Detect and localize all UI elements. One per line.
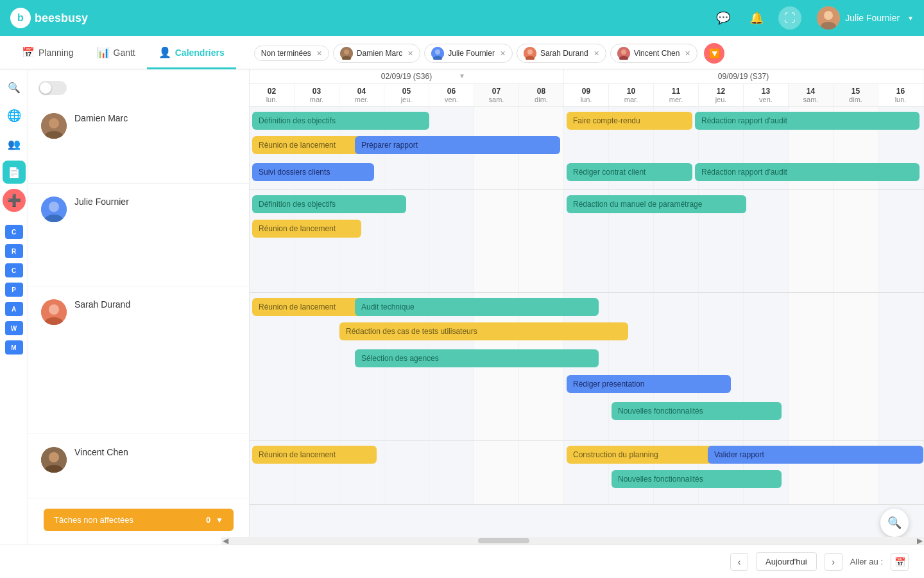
toggle-switch[interactable]: [38, 81, 67, 95]
svg-point-7: [435, 49, 440, 55]
sidebar-badge-w1[interactable]: W: [5, 321, 23, 335]
next-arrow[interactable]: ›: [825, 553, 843, 571]
gantt-body: Définition des objectifs Faire compte-re…: [250, 107, 924, 505]
expand-icon[interactable]: ⛶: [778, 6, 801, 30]
day-03: 03mar.: [295, 84, 339, 106]
day-11: 11mer.: [654, 84, 699, 106]
messages-icon[interactable]: 💬: [712, 6, 735, 30]
gantt-label: Gantt: [114, 48, 135, 58]
toggle-knob: [40, 82, 51, 94]
sidebar-item-globe[interactable]: 🌐: [3, 104, 26, 127]
sidebar-badge-r1[interactable]: R: [5, 244, 23, 258]
sidebar-item-tasks[interactable]: 📄: [3, 161, 26, 184]
task-damien-rapport-audit1[interactable]: Rédaction rapport d'audit: [695, 112, 920, 130]
calendriers-icon: 👤: [158, 46, 171, 58]
day-15: 15dim.: [834, 84, 878, 106]
filter-chip-sarah[interactable]: Sarah Durand ✕: [517, 44, 606, 63]
unassigned-label: Tâches non affectées: [54, 515, 133, 525]
task-damien-def-obj[interactable]: Définition des objectifs: [252, 112, 429, 130]
avatar-vincent: [617, 47, 630, 60]
task-sarah-agences[interactable]: Sélection des agences: [355, 349, 599, 367]
task-julie-reunion[interactable]: Réunion de lancement: [252, 220, 361, 238]
task-damien-reunion1[interactable]: Réunion de lancement: [252, 136, 361, 154]
task-sarah-presentation[interactable]: Rédiger présentation: [567, 375, 731, 393]
day-10: 10mar.: [609, 84, 654, 106]
logo[interactable]: b beesbusy: [10, 8, 88, 28]
day-12: 12jeu.: [699, 84, 744, 106]
task-damien-suivi[interactable]: Suivi dossiers clients: [252, 163, 374, 181]
zoom-button[interactable]: 🔍: [880, 509, 909, 537]
unassigned-count: 0: [206, 515, 210, 525]
close-icon[interactable]: ✕: [594, 49, 599, 58]
svg-point-10: [527, 49, 533, 55]
goto-label: Aller au :: [850, 557, 883, 566]
filter-chip-julie[interactable]: Julie Fournier ✕: [424, 44, 513, 63]
bottom-bar: ‹ Aujourd'hui › Aller au : 📅: [0, 545, 924, 578]
today-button[interactable]: Aujourd'hui: [756, 552, 817, 571]
sidebar-item-users[interactable]: 👥: [3, 132, 26, 155]
close-icon[interactable]: ✕: [407, 49, 413, 58]
unassigned-row[interactable]: Tâches non affectées 0 ▼: [44, 509, 234, 531]
close-icon[interactable]: ✕: [316, 49, 322, 58]
main-layout: 🔍 🌐 👥 📄 ➕ C R C P A W M Damien M: [0, 69, 924, 578]
task-vincent-planning[interactable]: Construction du planning: [567, 446, 721, 464]
task-damien-contrat[interactable]: Rédiger contrat client: [567, 163, 692, 181]
gantt-section-damien: Définition des objectifs Faire compte-re…: [250, 107, 924, 190]
gantt-area[interactable]: 02/09/19 (S36) 09/09/19 (S37) 02lun. 03m…: [250, 69, 924, 578]
svg-point-13: [621, 49, 626, 55]
person-name-damien: Damien Marc: [74, 113, 128, 123]
tab-planning[interactable]: 📅 Planning: [10, 37, 85, 69]
filter-button[interactable]: 🔽: [704, 43, 724, 64]
day-04: 04mer.: [339, 84, 384, 106]
avatar-julie-person: [41, 197, 67, 222]
task-sarah-fonctionnalites[interactable]: Nouvelles fonctionnalités: [612, 402, 782, 420]
task-vincent-valider[interactable]: Valider rapport: [708, 446, 923, 464]
day-07: 07sam.: [474, 84, 519, 106]
svg-point-19: [49, 202, 59, 212]
gantt-scrollbar[interactable]: ◀ ▶: [221, 537, 924, 545]
task-sarah-cas-tests[interactable]: Rédaction des cas de tests utilisateurs: [339, 322, 628, 340]
user-menu[interactable]: Julie Fournier ▼: [817, 6, 914, 30]
svg-point-1: [824, 11, 833, 20]
day-09: 09lun.: [564, 84, 609, 106]
user-name: Julie Fournier: [845, 13, 900, 23]
sidebar-item-search[interactable]: 🔍: [3, 76, 26, 99]
filter-chip-vincent[interactable]: Vincent Chen ✕: [610, 44, 698, 63]
task-julie-manuel[interactable]: Rédaction du manuel de paramétrage: [567, 195, 746, 213]
gantt-section-vincent: Réunion de lancement Construction du pla…: [250, 441, 924, 505]
tab-gantt[interactable]: 📊 Gantt: [85, 37, 147, 69]
task-vincent-reunion[interactable]: Réunion de lancement: [252, 446, 377, 464]
task-damien-preparer[interactable]: Préparer rapport: [355, 136, 560, 154]
filter-label: Non terminées: [261, 49, 311, 58]
sidebar-badge-c1[interactable]: C: [5, 225, 23, 239]
planning-icon: 📅: [22, 46, 35, 58]
prev-arrow[interactable]: ‹: [730, 553, 748, 571]
sidebar-badge-m1[interactable]: M: [5, 340, 23, 355]
sidebar-badge-p1[interactable]: P: [5, 283, 23, 297]
svg-point-25: [49, 452, 59, 462]
filter-chip-damien[interactable]: Damien Marc ✕: [333, 44, 420, 63]
person-row-vincent: Vincent Chen: [28, 434, 249, 498]
sidebar-badge-c2[interactable]: C: [5, 263, 23, 277]
task-damien-compte-rendu[interactable]: Faire compte-rendu: [567, 112, 692, 130]
task-sarah-audit[interactable]: Audit technique: [355, 298, 599, 316]
goto-calendar-icon[interactable]: 📅: [891, 553, 909, 571]
filter-label-damien: Damien Marc: [357, 49, 402, 58]
scroll-thumb[interactable]: [478, 538, 529, 543]
task-vincent-fonctionnalites[interactable]: Nouvelles fonctionnalités: [612, 470, 782, 488]
sidebar-item-add[interactable]: ➕: [3, 189, 26, 212]
sidebar-badge-a1[interactable]: A: [5, 302, 23, 316]
task-sarah-reunion[interactable]: Réunion de lancement: [252, 298, 361, 316]
task-damien-rapport-audit2[interactable]: Rédaction rapport d'audit: [695, 163, 920, 181]
chevron-down-icon: ▼: [907, 15, 914, 22]
close-icon[interactable]: ✕: [685, 49, 690, 58]
tab-calendriers[interactable]: 👤 Calendriers: [147, 37, 236, 69]
scroll-arrow-right[interactable]: ▶: [917, 536, 923, 545]
week-label-s37: 09/09/19 (S37): [564, 69, 923, 83]
close-icon[interactable]: ✕: [500, 49, 506, 58]
notifications-icon[interactable]: 🔔: [745, 6, 768, 30]
gantt-section-sarah: Réunion de lancement Audit technique Réd…: [250, 293, 924, 441]
filter-chip-non-terminees[interactable]: Non terminées ✕: [254, 46, 329, 61]
task-julie-def-obj[interactable]: Définition des objectifs: [252, 195, 406, 213]
scroll-arrow-left[interactable]: ◀: [223, 536, 228, 545]
